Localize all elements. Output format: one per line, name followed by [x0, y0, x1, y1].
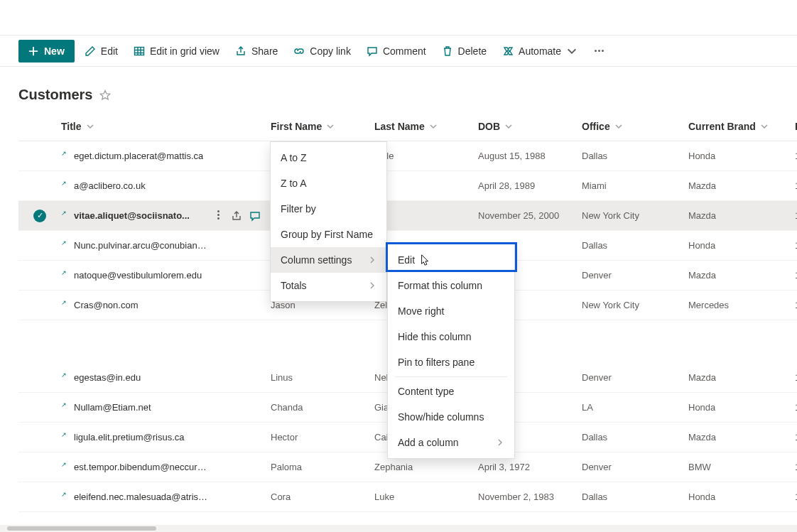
cell-office: Dallas — [582, 432, 688, 443]
horizontal-scrollbar[interactable] — [0, 525, 797, 532]
cell-first: Paloma — [271, 462, 374, 472]
cell-brand: Mazda — [688, 432, 795, 443]
cell-office: New York City — [582, 210, 688, 221]
cell-last: ith — [374, 180, 478, 191]
column-header-office[interactable]: Office — [582, 115, 688, 138]
row-actions — [212, 210, 271, 222]
cell-brand: Honda — [688, 151, 795, 161]
title-text: Nunc.pulvinar.arcu@conubianostraper.edu — [74, 240, 209, 251]
cell-office: New York City — [582, 300, 688, 310]
table-row[interactable]: ↗eleifend.nec.malesuada@atrisus.caCoraLu… — [18, 482, 797, 512]
comment-icon[interactable] — [249, 210, 261, 222]
chevron-down-icon — [86, 122, 94, 131]
title-text: ligula.elit.pretium@risus.ca — [74, 432, 185, 443]
title-cell[interactable]: ↗eleifend.nec.malesuada@atrisus.ca — [61, 492, 271, 502]
title-text: natoque@vestibulumlorem.edu — [74, 270, 202, 281]
cell-brand: Mercedes — [688, 300, 795, 310]
title-cell[interactable]: ↗vitae.aliquet@sociisnato... — [61, 210, 271, 222]
title-cell[interactable]: ↗egestas@in.edu — [61, 372, 271, 383]
share-button[interactable]: Share — [229, 40, 283, 63]
cell-first: Cora — [271, 492, 374, 502]
column-settings-submenu: Edit Format this column Move right Hide … — [387, 244, 515, 459]
comment-button[interactable]: Comment — [361, 40, 432, 63]
submenu-hide[interactable]: Hide this column — [388, 324, 514, 349]
chevron-down-icon — [429, 122, 438, 131]
cell-dob: April 28, 1989 — [478, 180, 582, 191]
link-indicator-icon: ↗ — [61, 239, 67, 246]
menu-totals[interactable]: Totals — [271, 273, 386, 298]
delete-label: Delete — [458, 45, 487, 57]
submenu-move-right[interactable]: Move right — [388, 298, 514, 324]
edit-button[interactable]: Edit — [79, 40, 124, 63]
title-text: egestas@in.edu — [74, 372, 141, 383]
title-cell[interactable]: ↗eget.dictum.placerat@mattis.ca — [61, 151, 271, 161]
menu-filter-by[interactable]: Filter by — [271, 196, 386, 222]
link-indicator-icon: ↗ — [61, 269, 67, 276]
link-indicator-icon: ↗ — [61, 491, 67, 498]
column-menu: A to Z Z to A Filter by Group by First N… — [270, 141, 387, 302]
title-cell[interactable]: ↗natoque@vestibulumlorem.edu — [61, 270, 271, 281]
submenu-edit[interactable]: Edit — [388, 247, 514, 273]
more-icon[interactable] — [212, 210, 224, 222]
title-text: a@aclibero.co.uk — [74, 180, 146, 191]
copy-link-button[interactable]: Copy link — [288, 40, 357, 63]
chevron-right-icon — [496, 438, 504, 447]
row-selector[interactable]: ✓ — [18, 210, 61, 222]
menu-column-settings[interactable]: Column settings — [271, 247, 386, 273]
title-text: eleifend.nec.malesuada@atrisus.ca — [74, 492, 209, 502]
page-header: Customers — [0, 67, 797, 112]
edit-grid-label: Edit in grid view — [150, 45, 219, 57]
top-spacer — [0, 0, 797, 36]
submenu-add[interactable]: Add a column — [388, 430, 514, 455]
cell-office: Dallas — [582, 240, 688, 251]
edit-grid-button[interactable]: Edit in grid view — [128, 40, 225, 63]
title-cell[interactable]: ↗est.tempor.bibendum@neccursusa.com — [61, 462, 271, 472]
cell-first: Hector — [271, 432, 374, 443]
svg-rect-0 — [134, 47, 143, 55]
column-header-label: First Name — [271, 121, 322, 132]
copy-link-label: Copy link — [310, 45, 351, 57]
column-header-label: Title — [61, 121, 82, 132]
column-header-last-name[interactable]: Last Name — [374, 115, 478, 138]
scrollbar-thumb[interactable] — [7, 526, 156, 531]
title-cell[interactable]: ↗ligula.elit.pretium@risus.ca — [61, 432, 271, 443]
star-icon[interactable] — [99, 89, 111, 101]
link-indicator-icon: ↗ — [61, 180, 67, 187]
title-text: eget.dictum.placerat@mattis.ca — [74, 151, 203, 161]
share-icon[interactable] — [231, 210, 242, 222]
page-title: Customers — [18, 87, 92, 103]
submenu-format[interactable]: Format this column — [388, 273, 514, 298]
cell-dob: August 15, 1988 — [478, 151, 582, 161]
title-cell[interactable]: ↗Nunc.pulvinar.arcu@conubianostraper.edu — [61, 240, 271, 251]
overflow-button[interactable] — [587, 40, 611, 63]
submenu-content-type[interactable]: Content type — [388, 379, 514, 404]
column-header-label: Current Brand — [688, 121, 756, 132]
menu-a-to-z[interactable]: A to Z — [271, 145, 386, 170]
table-row[interactable]: ↗a@aclibero.co.ukithApril 28, 1989MiamiM… — [18, 171, 797, 201]
title-cell[interactable]: ↗Cras@non.com — [61, 300, 271, 310]
column-header-label: Last Name — [374, 121, 425, 132]
column-header-first-name[interactable]: First Name — [271, 115, 374, 138]
new-button[interactable]: New — [18, 40, 75, 63]
title-cell[interactable]: ↗Nullam@Etiam.net — [61, 402, 271, 413]
table-row[interactable]: ✓↗vitae.aliquet@sociisnato...ithNovember… — [18, 201, 797, 231]
delete-button[interactable]: Delete — [436, 40, 492, 63]
table-row[interactable]: ↗eget.dictum.placerat@mattis.cabelleAugu… — [18, 141, 797, 171]
submenu-pin[interactable]: Pin to filters pane — [388, 349, 514, 375]
edit-label: Edit — [101, 45, 118, 57]
column-header-dob[interactable]: DOB — [478, 115, 582, 138]
column-header-title[interactable]: Title — [61, 115, 271, 138]
menu-z-to-a[interactable]: Z to A — [271, 170, 386, 196]
title-text: est.tempor.bibendum@neccursusa.com — [74, 462, 209, 472]
submenu-show-hide[interactable]: Show/hide columns — [388, 404, 514, 430]
cell-office: Dallas — [582, 492, 688, 502]
automate-button[interactable]: Automate — [497, 40, 583, 63]
new-button-label: New — [44, 45, 65, 57]
title-text: vitae.aliquet@sociisnato... — [74, 210, 190, 221]
title-cell[interactable]: ↗a@aclibero.co.uk — [61, 180, 271, 191]
menu-group-by[interactable]: Group by First Name — [271, 222, 386, 247]
column-header-brand[interactable]: Current Brand — [688, 115, 795, 138]
cell-last: ith — [374, 210, 478, 221]
link-indicator-icon: ↗ — [61, 210, 67, 217]
cell-office: Denver — [582, 462, 688, 472]
